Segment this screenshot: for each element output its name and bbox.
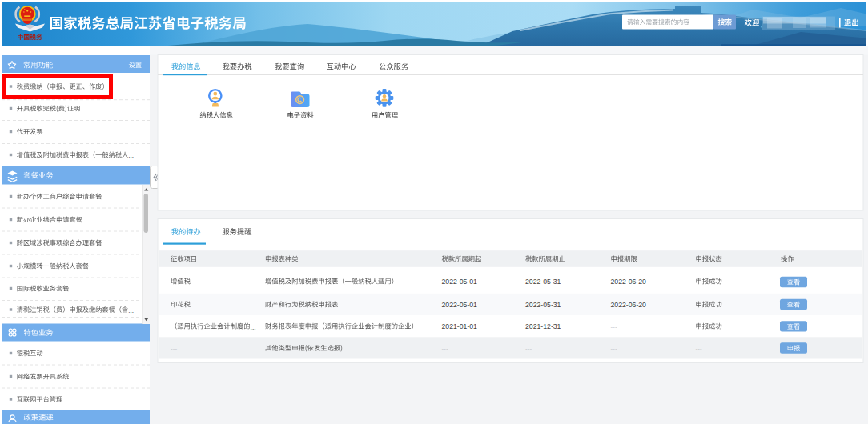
svg-text:2022-06-20: 2022-06-20 xyxy=(611,301,647,309)
svg-text:2022-05-31: 2022-05-31 xyxy=(525,301,561,309)
svg-text:---: --- xyxy=(696,345,702,352)
svg-text:2021-12-31: 2021-12-31 xyxy=(525,322,561,330)
svg-text:...: ... xyxy=(251,323,256,331)
svg-text:---: --- xyxy=(525,345,532,352)
svg-text:...: ... xyxy=(128,307,134,314)
svg-text:2022-06-20: 2022-06-20 xyxy=(611,278,647,286)
svg-text:2021-01-01: 2021-01-01 xyxy=(442,322,478,330)
svg-text:---: --- xyxy=(171,345,177,352)
svg-text:---: --- xyxy=(611,323,617,330)
svg-text:2022-05-01: 2022-05-01 xyxy=(442,278,478,286)
svg-text:2022-05-31: 2022-05-31 xyxy=(525,278,561,286)
svg-text:---: --- xyxy=(611,345,617,352)
svg-text:...: ... xyxy=(128,152,134,159)
svg-text:---: --- xyxy=(442,345,448,352)
svg-text:2022-05-01: 2022-05-01 xyxy=(442,301,478,309)
